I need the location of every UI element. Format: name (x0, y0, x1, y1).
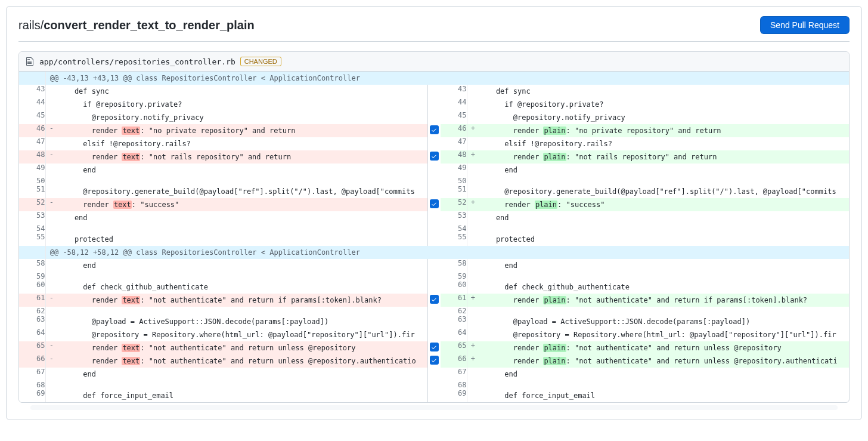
send-pull-request-button[interactable]: Send Pull Request (760, 16, 850, 34)
line-number-right: 61 (441, 294, 467, 307)
line-select-checkbox[interactable] (430, 152, 439, 161)
code-left: render text: "no private repository" and… (57, 124, 427, 137)
line-number-left: 62 (19, 307, 45, 315)
line-number-left: 55 (19, 233, 45, 246)
code-right: render plain: "success" (479, 198, 849, 211)
diff-marker (467, 368, 479, 381)
code-right: render plain: "not authenticate" and ret… (479, 294, 849, 307)
code-left: @repository.notify_privacy (57, 111, 427, 124)
diff-table: @@ -43,13 +43,13 @@ class RepositoriesCo… (19, 72, 849, 402)
diff-marker: + (467, 150, 479, 164)
page-title: rails/convert_render_text_to_render_plai… (18, 18, 255, 32)
diff-row: 55 protected55 protected (19, 233, 849, 246)
diff-page: rails/convert_render_text_to_render_plai… (6, 6, 862, 420)
line-number-left: 53 (19, 211, 45, 224)
code-right: @repository = Repository.where(html_url:… (479, 328, 849, 341)
code-left: @payload = ActiveSupport::JSON.decode(pa… (57, 315, 427, 328)
line-number-right: 53 (441, 211, 467, 224)
line-number-right: 50 (441, 177, 467, 185)
code-left (57, 307, 427, 315)
diff-marker (45, 185, 57, 198)
diff-marker (45, 307, 57, 315)
horizontal-scrollbar[interactable] (30, 405, 838, 410)
code-left: elsif !@repository.rails? (57, 137, 427, 150)
line-number-right: 45 (441, 111, 467, 124)
line-checkbox-cell (427, 111, 441, 124)
code-right: def check_github_authenticate (479, 280, 849, 294)
line-number (19, 246, 45, 259)
line-select-checkbox[interactable] (430, 125, 439, 134)
diff-marker: - (45, 294, 57, 307)
code-left: def force_input_email (57, 389, 427, 402)
diff-marker: - (45, 198, 57, 211)
diff-marker (45, 137, 57, 150)
diff-marker (467, 381, 479, 389)
diff-marker (467, 280, 479, 294)
line-number-right: 52 (441, 198, 467, 211)
diff-row: 49 end49 end (19, 164, 849, 177)
diff-marker (45, 328, 57, 341)
line-number-right: 69 (441, 389, 467, 402)
line-number-right: 55 (441, 233, 467, 246)
diff-marker: + (467, 124, 479, 137)
diff-marker (45, 315, 57, 328)
diff-marker (467, 111, 479, 124)
diff-marker (45, 224, 57, 233)
diff-marker: - (45, 354, 57, 368)
code-right: protected (479, 233, 849, 246)
line-number-right: 65 (441, 341, 467, 354)
diff-marker (45, 111, 57, 124)
code-left: end (57, 164, 427, 177)
diff-marker (467, 315, 479, 328)
line-checkbox-cell (427, 150, 441, 164)
code-right: end (479, 368, 849, 381)
diff-marker: + (467, 341, 479, 354)
diff-row: 60 def check_github_authenticate60 def c… (19, 280, 849, 294)
line-select-checkbox[interactable] (430, 199, 439, 208)
line-number-left: 45 (19, 111, 45, 124)
diff-marker (45, 233, 57, 246)
line-number-left: 68 (19, 381, 45, 389)
diff-marker (467, 389, 479, 402)
line-number-right: 48 (441, 150, 467, 164)
code-right (479, 381, 849, 389)
code-right: render plain: "not authenticate" and ret… (479, 341, 849, 354)
line-checkbox-cell (427, 164, 441, 177)
code-left: end (57, 259, 427, 272)
diff-marker (467, 98, 479, 111)
line-checkbox-cell (427, 389, 441, 402)
code-right: def force_input_email (479, 389, 849, 402)
line-checkbox-cell (427, 233, 441, 246)
line-select-checkbox[interactable] (430, 295, 439, 304)
hunk-header: @@ -43,13 +43,13 @@ class RepositoriesCo… (45, 72, 849, 85)
diff-marker (467, 224, 479, 233)
line-checkbox-cell (427, 211, 441, 224)
diff-row: 58 end58 end (19, 259, 849, 272)
code-right: end (479, 164, 849, 177)
hunk-header-row: @@ -43,13 +43,13 @@ class RepositoriesCo… (19, 72, 849, 85)
line-number-right: 51 (441, 185, 467, 198)
line-number-right: 49 (441, 164, 467, 177)
line-number-right: 60 (441, 280, 467, 294)
line-number-right: 59 (441, 272, 467, 280)
line-select-checkbox[interactable] (430, 356, 439, 365)
code-left (57, 381, 427, 389)
branch-name: convert_render_text_to_render_plain (44, 18, 254, 32)
line-number-right: 63 (441, 315, 467, 328)
line-select-checkbox[interactable] (430, 343, 439, 351)
diff-marker (467, 259, 479, 272)
line-checkbox-cell (427, 368, 441, 381)
diff-marker (467, 272, 479, 280)
diff-marker: - (45, 341, 57, 354)
line-number-left: 60 (19, 280, 45, 294)
line-number-left: 44 (19, 98, 45, 111)
diff-row: 44 if @repository.private?44 if @reposit… (19, 98, 849, 111)
diff-marker (467, 233, 479, 246)
line-number-right: 68 (441, 381, 467, 389)
line-number-right: 54 (441, 224, 467, 233)
page-header: rails/convert_render_text_to_render_plai… (18, 16, 850, 42)
line-number-left: 49 (19, 164, 45, 177)
line-number-right: 47 (441, 137, 467, 150)
line-checkbox-cell (427, 328, 441, 341)
code-right (479, 177, 849, 185)
